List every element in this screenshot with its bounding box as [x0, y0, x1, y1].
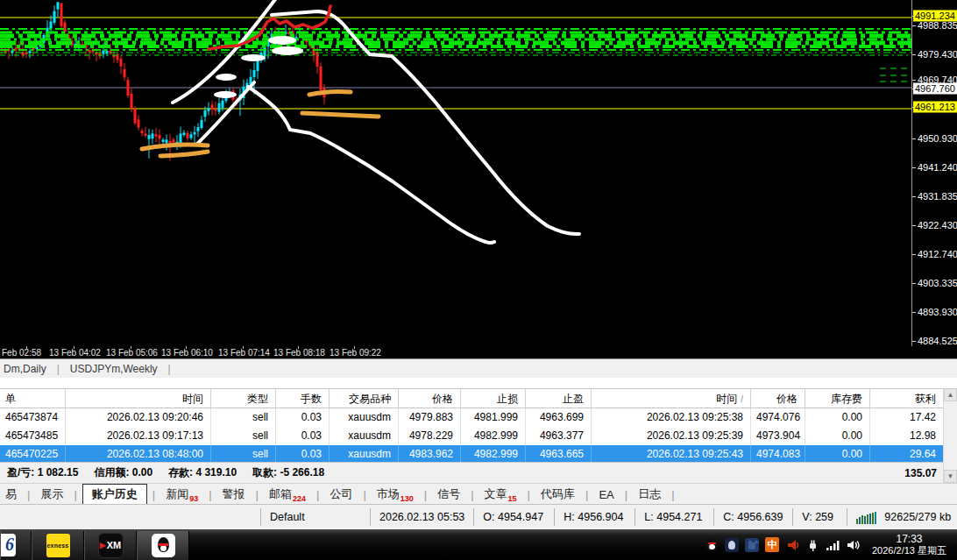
tray-sound-app-icon[interactable]: [785, 538, 799, 552]
column-header[interactable]: 止盈: [526, 389, 592, 408]
price-axis[interactable]: 4991.2344988.8354979.4304969.7404967.760…: [911, 0, 957, 346]
cell: 2026.02.13 09:25:39: [592, 427, 751, 445]
cell: 0.00: [805, 427, 870, 445]
terminal-tab-10[interactable]: 代码库: [535, 485, 580, 504]
terminal-tab-0[interactable]: 易: [0, 485, 22, 504]
tray-volume-icon[interactable]: [846, 538, 860, 552]
cell: xauusdm: [330, 408, 399, 427]
price-tick: [912, 341, 916, 342]
cell: 465473485: [0, 427, 66, 445]
tab-separator: |: [147, 488, 160, 501]
terminal-tab-7[interactable]: 市场130: [372, 485, 419, 504]
price-tick: [912, 25, 916, 26]
tab-separator: |: [666, 488, 679, 501]
status-bar-time: 2026.02.13 05:53: [370, 508, 473, 526]
cell: 4963.665: [526, 445, 592, 464]
cell: 12.98: [870, 427, 944, 445]
white-oval-4: [268, 36, 296, 45]
tray-network-signal-icon[interactable]: [826, 538, 840, 552]
status-open: O: 4954.947: [473, 508, 554, 526]
cell: 2026.02.13 09:20:46: [66, 408, 211, 427]
terminal-tab-1[interactable]: 展示: [35, 485, 68, 504]
terminal-tab-2[interactable]: 账户历史: [82, 484, 147, 505]
chart-tab-usdjpymweekly[interactable]: USDJPYm,Weekly: [67, 363, 161, 375]
cell: 0.03: [276, 445, 330, 464]
tab-separator: |: [161, 363, 178, 375]
xm-icon: ▶XM: [98, 533, 124, 558]
column-header[interactable]: 止损: [461, 389, 526, 408]
price-axis-label: 4950.930: [918, 133, 957, 145]
column-header[interactable]: 价格: [751, 389, 805, 408]
taskbar-clock[interactable]: 17:33 2026/2/13 星期五: [860, 534, 957, 556]
terminal-tab-11[interactable]: EA: [593, 486, 619, 503]
tab-separator: |: [22, 488, 35, 501]
taskbar-app-exness[interactable]: exness: [32, 531, 84, 560]
time-axis-label: 13 Feb 06:10: [161, 348, 213, 358]
price-tick: [912, 167, 916, 168]
taskbar-app-xm[interactable]: ▶XM: [84, 531, 137, 560]
tray-ime-icon[interactable]: 中: [765, 538, 779, 552]
terminal-tab-12[interactable]: 日志: [633, 485, 666, 504]
time-axis-label: 13 Feb 05:06: [106, 348, 158, 358]
tab-separator: |: [419, 488, 432, 501]
orange-segment-1: [142, 145, 208, 149]
price-tick: [912, 254, 916, 255]
price-axis-label: 4922.430: [918, 220, 957, 231]
taskbar-app-qq[interactable]: [137, 531, 189, 560]
history-table: 单时间类型手数交易品种价格止损止盈时间/价格库存费获利4654738742026…: [0, 388, 944, 464]
tab-separator: |: [203, 488, 216, 501]
cell: 0.00: [805, 408, 870, 427]
summary-values: 盈/亏: 1 082.15信用额: 0.00存款: 4 319.10取款: -5…: [7, 465, 340, 480]
sort-indicator: /: [741, 394, 743, 404]
terminal-tab-3[interactable]: 新闻93: [160, 485, 203, 504]
cell: 4978.229: [399, 427, 461, 445]
tray-cat-icon[interactable]: [745, 538, 759, 552]
terminal-tab-bar: 易|展示|账户历史|新闻93|警报|邮箱224|公司|市场130|信号|文章15…: [0, 483, 957, 505]
terminal-tab-5[interactable]: 邮箱224: [264, 485, 311, 504]
time-axis[interactable]: Feb 02:5813 Feb 04:0213 Feb 05:0613 Feb …: [0, 346, 957, 358]
cell: 4981.999: [461, 408, 526, 427]
terminal-tab-8[interactable]: 信号: [432, 485, 465, 504]
chart-canvas[interactable]: [0, 0, 911, 346]
white-oval-5: [272, 46, 303, 55]
history-row-465473485[interactable]: 4654734852026.02.13 09:17:13sell0.03xauu…: [0, 427, 944, 445]
candlestick-chart[interactable]: [0, 0, 911, 346]
column-header[interactable]: 手数: [276, 389, 330, 408]
history-row-465470225[interactable]: 4654702252026.02.13 08:48:00sell0.03xauu…: [0, 445, 944, 464]
tray-avatar-icon[interactable]: [725, 538, 739, 552]
history-scrollbar[interactable]: ▲ ▼: [943, 388, 957, 483]
chart-tab-dmdaily[interactable]: Dm,Daily: [0, 363, 50, 375]
price-axis-label: 4884.525: [918, 336, 957, 347]
tab-separator: |: [68, 488, 82, 501]
price-tick: [912, 54, 916, 55]
cell: 0.03: [276, 408, 330, 427]
column-header[interactable]: 价格: [399, 389, 461, 408]
column-header[interactable]: 类型: [211, 389, 276, 408]
tab-separator: |: [620, 488, 633, 501]
column-header[interactable]: 交易品种: [330, 389, 399, 408]
scroll-down-arrow[interactable]: ▼: [944, 470, 957, 483]
terminal-tab-6[interactable]: 公司: [324, 485, 358, 504]
tray-power-plug-icon[interactable]: [805, 538, 819, 552]
cell: 465470225: [0, 445, 66, 464]
tab-separator: |: [251, 488, 264, 501]
taskbar-app-broker[interactable]: 6: [0, 531, 32, 560]
time-axis-label: 13 Feb 07:14: [218, 348, 270, 358]
tray-qq-icon[interactable]: [705, 538, 719, 552]
terminal-tab-9[interactable]: 文章15: [479, 485, 522, 504]
column-header[interactable]: 库存费: [805, 389, 870, 408]
column-header[interactable]: 时间/: [592, 389, 751, 408]
scroll-up-arrow[interactable]: ▲: [944, 388, 957, 401]
clock-time: 17:33: [872, 534, 946, 545]
status-empty: [0, 508, 260, 526]
price-axis-label: 4893.930: [918, 307, 957, 318]
column-header[interactable]: 单: [0, 389, 66, 408]
tab-count-badge: 93: [189, 494, 198, 503]
tab-separator: |: [311, 488, 324, 501]
mt4-terminal-window: 4991.2344988.8354979.4304969.7404967.760…: [0, 0, 957, 560]
tab-count-badge: 15: [508, 494, 517, 503]
terminal-tab-4[interactable]: 警报: [217, 485, 251, 504]
column-header[interactable]: 时间: [66, 389, 211, 408]
column-header[interactable]: 获利: [870, 389, 944, 408]
history-row-465473874[interactable]: 4654738742026.02.13 09:20:46sell0.03xauu…: [0, 408, 944, 427]
